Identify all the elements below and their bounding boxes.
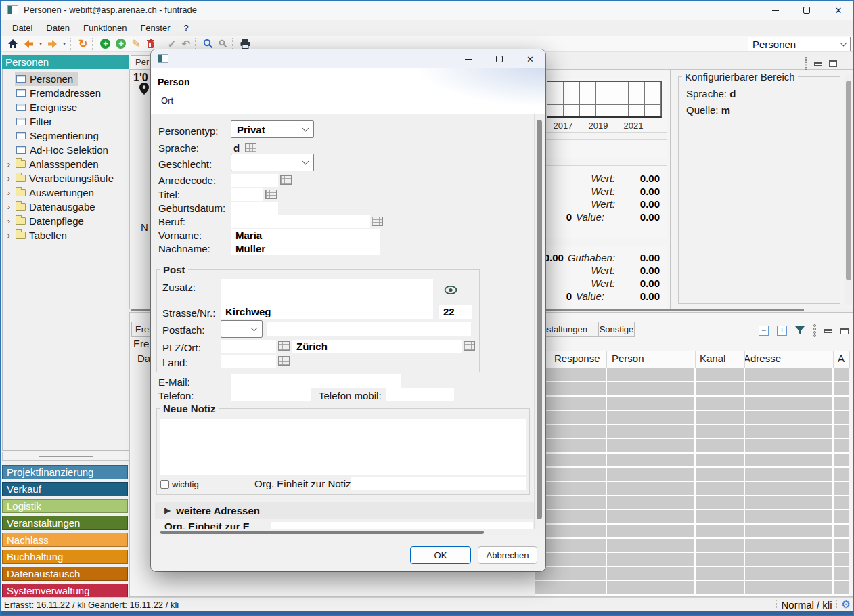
grip-dots-icon[interactable]	[813, 324, 816, 337]
collapse-all-icon[interactable]: −	[759, 326, 769, 336]
lookup-table-icon[interactable]	[245, 143, 256, 152]
window-minimize-button[interactable]	[760, 1, 791, 20]
clipped-input[interactable]	[271, 522, 533, 529]
lookup-table-icon[interactable]	[265, 190, 277, 199]
home-button[interactable]	[5, 37, 21, 51]
refresh-button[interactable]: ↻	[76, 37, 90, 51]
context-combobox[interactable]: Personen	[748, 37, 851, 51]
hausnummer-input[interactable]: 22	[439, 305, 472, 319]
lookup-table-icon[interactable]	[280, 175, 292, 185]
add-button[interactable]: +	[97, 37, 113, 51]
menu-fenster[interactable]: Fenster	[134, 22, 176, 35]
nachname-input[interactable]: Müller	[231, 242, 380, 255]
postfach-select[interactable]	[221, 320, 263, 338]
module-verkauf[interactable]: Verkauf	[2, 482, 128, 496]
filter-icon[interactable]	[795, 326, 805, 335]
sidebar-item-fremdadressen[interactable]: Fremdadressen	[3, 86, 129, 100]
module-projektfinanzierung[interactable]: Projektfinanzierung	[2, 465, 128, 479]
sidebar-item-anlassspenden[interactable]: ›Anlassspenden	[3, 157, 129, 171]
tab-sonstige[interactable]: Sonstige	[598, 322, 635, 337]
sidebar-item-auswertungen[interactable]: ›Auswertungen	[3, 185, 129, 200]
module-systemverwaltung[interactable]: Systemverwaltung	[2, 584, 128, 598]
telefon-mobil-input[interactable]	[386, 388, 454, 401]
lookup-table-icon[interactable]	[278, 356, 290, 366]
edit-button[interactable]: ✎	[129, 37, 143, 51]
dialog-hscrollbar[interactable]	[151, 529, 535, 537]
vscrollbar-thumb[interactable]	[537, 120, 542, 519]
menu-daten[interactable]: Daten	[40, 22, 76, 35]
sprache-value[interactable]: d	[233, 142, 240, 154]
menu-datei[interactable]: Datei	[6, 22, 39, 35]
dialog-minimize-button[interactable]	[453, 49, 484, 68]
panel-scrollbar-thumb[interactable]	[846, 81, 851, 280]
sidebar-item-ereignisse[interactable]: Ereignisse	[3, 100, 129, 114]
cancel-button[interactable]: Abbrechen	[478, 546, 537, 564]
email-input[interactable]	[231, 374, 401, 388]
module-nachlass[interactable]: Nachlass	[2, 533, 128, 547]
expand-chevron-icon[interactable]: ›	[3, 173, 15, 183]
telefon-input[interactable]	[231, 388, 311, 401]
sidebar-item-adhoc-selektion[interactable]: Ad-Hoc Selektion	[3, 143, 129, 157]
titel-input[interactable]	[231, 188, 263, 201]
sidebar-item-personen[interactable]: Personen	[3, 72, 129, 86]
window-maximize-button[interactable]	[791, 1, 822, 20]
expand-chevron-icon[interactable]: ›	[3, 188, 15, 198]
panel-minimize-icon[interactable]	[814, 62, 822, 66]
column-person[interactable]: Person	[612, 353, 644, 364]
postfach-input[interactable]	[267, 322, 471, 336]
window-close-button[interactable]: ✕	[822, 1, 854, 20]
expand-chevron-icon[interactable]: ›	[3, 159, 15, 169]
dialog-close-button[interactable]: ✕	[515, 49, 545, 68]
grip-dots-icon[interactable]	[805, 57, 807, 70]
column-response[interactable]: Response	[554, 353, 600, 364]
notiz-textarea[interactable]	[160, 419, 526, 475]
lookup-table-icon[interactable]	[464, 341, 475, 351]
plz-input[interactable]	[221, 340, 276, 353]
weitere-adressen-expander[interactable]: ▶ weitere Adressen	[155, 502, 535, 519]
sidebar-item-filter[interactable]: Filter	[3, 114, 129, 129]
geschlecht-select[interactable]	[231, 154, 314, 171]
module-logistik[interactable]: Logistik	[2, 499, 128, 513]
menu-help[interactable]: ?	[177, 22, 194, 35]
expand-chevron-icon[interactable]: ›	[3, 230, 15, 240]
sidebar-splitter[interactable]	[2, 452, 129, 461]
menu-funktionen[interactable]: Funktionen	[77, 22, 133, 35]
expand-chevron-icon[interactable]: ›	[3, 216, 15, 226]
panel-maximize-icon[interactable]	[829, 60, 837, 67]
expand-all-icon[interactable]: +	[777, 326, 787, 336]
anredecode-input[interactable]	[231, 174, 278, 187]
module-buchhaltung[interactable]: Buchhaltung	[2, 550, 128, 564]
back-button[interactable]	[21, 37, 37, 51]
ort-input[interactable]: Zürich	[292, 340, 462, 353]
forward-button[interactable]	[45, 37, 60, 51]
ok-button[interactable]: OK	[410, 546, 471, 564]
column-adresse[interactable]: Adresse	[744, 353, 781, 364]
sidebar-item-datenpflege[interactable]: ›Datenpflege	[3, 214, 129, 228]
zusatz-input[interactable]	[221, 279, 433, 306]
module-veranstaltungen[interactable]: Veranstaltungen	[2, 516, 128, 530]
lookup-table-icon[interactable]	[372, 217, 383, 226]
expand-chevron-icon[interactable]: ›	[3, 202, 15, 212]
strasse-input[interactable]: Kirchweg	[221, 305, 433, 319]
settings-gear-icon[interactable]: ⚙	[842, 598, 851, 611]
eye-icon[interactable]	[444, 285, 457, 298]
sidebar-item-datenausgabe[interactable]: ›Datenausgabe	[3, 200, 129, 214]
vorname-input[interactable]: Maria	[231, 229, 380, 242]
sidebar-item-verarbeitungslaeufe[interactable]: ›Verarbeitungsläufe	[3, 171, 129, 185]
beruf-input[interactable]	[231, 215, 370, 228]
column-kanal[interactable]: Kanal	[700, 353, 725, 364]
column-a[interactable]: A	[838, 353, 845, 364]
sidebar-item-tabellen[interactable]: ›Tabellen	[3, 228, 129, 242]
dialog-vscrollbar[interactable]	[534, 114, 545, 529]
back-dropdown[interactable]: ▾	[37, 37, 45, 51]
personentyp-select[interactable]: Privat	[231, 120, 314, 138]
module-datenaustausch[interactable]: Datenaustausch	[2, 567, 128, 581]
land-input[interactable]	[221, 355, 276, 368]
org-einheit-input[interactable]	[351, 477, 526, 490]
panel-scrollbar[interactable]	[845, 75, 852, 305]
lookup-table-icon[interactable]	[278, 341, 290, 351]
geburtsdatum-input[interactable]	[231, 202, 278, 215]
forward-dropdown[interactable]: ▾	[60, 37, 68, 51]
dialog-maximize-button[interactable]	[484, 49, 515, 68]
hscrollbar-thumb[interactable]	[160, 531, 484, 534]
